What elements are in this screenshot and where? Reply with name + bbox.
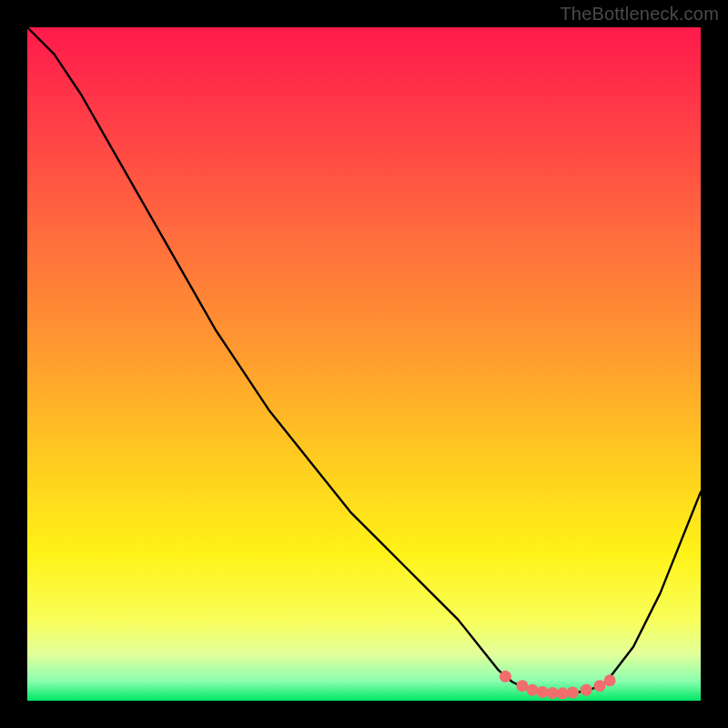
- valley-marker: [547, 687, 559, 699]
- valley-marker: [567, 687, 579, 699]
- plot-area: [27, 27, 701, 701]
- watermark-text: TheBottleneck.com: [560, 4, 719, 25]
- valley-marker: [527, 684, 539, 696]
- valley-marker: [581, 684, 592, 696]
- valley-marker: [594, 680, 606, 692]
- valley-marker: [516, 680, 528, 692]
- valley-marker: [557, 687, 569, 699]
- valley-marker: [500, 671, 511, 682]
- valley-marker: [604, 674, 616, 686]
- valley-marker: [537, 686, 549, 698]
- chart-container: TheBottleneck.com: [0, 0, 728, 728]
- valley-markers: [27, 27, 701, 701]
